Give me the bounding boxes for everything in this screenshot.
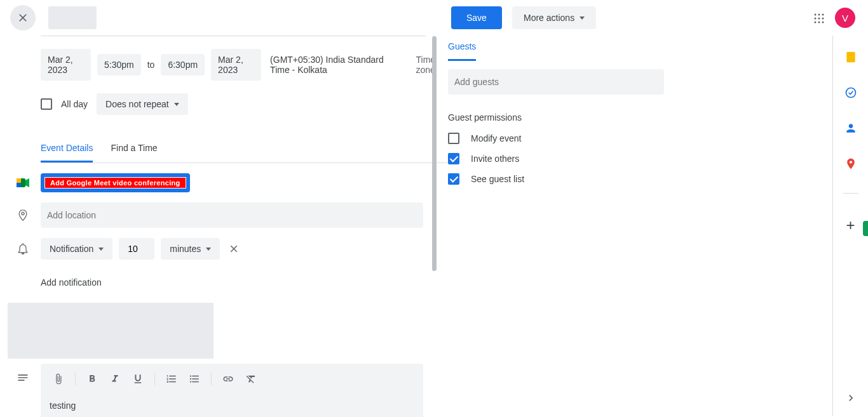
- recurrence-dropdown[interactable]: Does not repeat: [97, 93, 188, 115]
- italic-icon: [109, 373, 121, 385]
- close-icon: [228, 243, 240, 255]
- keep-icon[interactable]: [844, 51, 857, 63]
- bold-button[interactable]: [83, 370, 101, 388]
- underline-icon: [132, 373, 144, 385]
- see-guest-list-checkbox[interactable]: [448, 173, 459, 185]
- invite-others-checkbox[interactable]: [448, 153, 459, 164]
- toolbar-separator: [154, 373, 155, 385]
- event-title-input[interactable]: [48, 6, 97, 29]
- modify-event-checkbox[interactable]: [448, 133, 459, 144]
- svg-point-8: [822, 22, 824, 23]
- guest-permissions-heading: Guest permissions: [448, 112, 664, 122]
- modify-event-label: Modify event: [471, 133, 521, 143]
- svg-point-0: [815, 14, 817, 16]
- add-notification-button[interactable]: Add notification: [41, 270, 447, 295]
- chevron-down-icon: [174, 103, 179, 106]
- svg-rect-13: [846, 52, 855, 63]
- attachment-icon: [53, 373, 64, 385]
- meet-button-label: Add Google Meet video conferencing: [44, 177, 186, 189]
- bold-icon: [86, 373, 98, 385]
- notification-unit-dropdown[interactable]: minutes: [161, 238, 220, 260]
- guests-tab[interactable]: Guests: [448, 36, 476, 61]
- add-google-meet-button[interactable]: Add Google Meet video conferencing: [41, 173, 190, 192]
- meet-icon: [15, 175, 31, 190]
- collapse-side-panel-button[interactable]: [844, 392, 857, 406]
- more-actions-button[interactable]: More actions: [512, 6, 596, 29]
- svg-rect-10: [17, 178, 21, 183]
- close-icon: [17, 11, 29, 24]
- svg-point-3: [815, 18, 817, 20]
- all-day-label: All day: [61, 99, 88, 109]
- link-icon: [222, 373, 234, 385]
- notification-type-dropdown[interactable]: Notification: [41, 238, 112, 260]
- numbered-list-icon: [166, 373, 177, 385]
- all-day-checkbox[interactable]: [41, 98, 52, 110]
- save-button[interactable]: Save: [451, 6, 502, 29]
- recurrence-label: Does not repeat: [105, 99, 169, 109]
- end-time-picker[interactable]: 6:30pm: [161, 54, 205, 76]
- notification-value-input[interactable]: [119, 238, 154, 260]
- svg-rect-11: [17, 183, 21, 187]
- notification-icon: [15, 241, 31, 256]
- end-date-picker[interactable]: Mar 2, 2023: [211, 49, 261, 81]
- contacts-icon[interactable]: [844, 122, 857, 135]
- toolbar-separator: [211, 373, 212, 385]
- notification-unit-label: minutes: [170, 244, 201, 254]
- scrollbar[interactable]: [432, 36, 437, 271]
- start-time-picker[interactable]: 5:30pm: [97, 54, 141, 76]
- tab-event-details[interactable]: Event Details: [41, 138, 93, 162]
- link-button[interactable]: [219, 370, 237, 388]
- chevron-right-icon: [844, 392, 857, 404]
- chevron-down-icon: [206, 248, 211, 251]
- calendar-color-section: [8, 303, 214, 359]
- add-addon-button[interactable]: +: [846, 216, 855, 234]
- numbered-list-button[interactable]: [163, 370, 180, 388]
- svg-point-6: [815, 22, 817, 23]
- clear-formatting-button[interactable]: [242, 370, 260, 388]
- more-actions-label: More actions: [524, 13, 574, 23]
- svg-point-2: [822, 14, 824, 16]
- close-button[interactable]: [10, 5, 36, 30]
- svg-point-5: [822, 18, 824, 20]
- clear-formatting-icon: [245, 373, 257, 385]
- italic-button[interactable]: [106, 370, 124, 388]
- see-guest-list-label: See guest list: [471, 174, 524, 184]
- start-date-picker[interactable]: Mar 2, 2023: [41, 49, 91, 81]
- location-input[interactable]: [41, 202, 423, 228]
- description-icon: [15, 370, 31, 385]
- account-avatar[interactable]: V: [835, 8, 855, 28]
- svg-point-7: [818, 22, 820, 23]
- svg-marker-12: [25, 178, 29, 187]
- remove-notification-button[interactable]: [226, 241, 241, 256]
- svg-point-4: [818, 18, 820, 20]
- notification-type-label: Notification: [50, 244, 93, 254]
- google-apps-button[interactable]: [813, 13, 825, 26]
- to-label: to: [147, 60, 155, 70]
- toolbar-separator: [75, 373, 76, 385]
- maps-icon[interactable]: [844, 157, 857, 170]
- location-icon: [15, 208, 31, 223]
- side-panel-divider: [843, 193, 858, 194]
- bulleted-list-button[interactable]: [186, 370, 203, 388]
- svg-point-1: [818, 14, 820, 16]
- attach-button[interactable]: [50, 370, 67, 388]
- side-panel-tab-indicator: [863, 221, 868, 236]
- svg-point-14: [846, 88, 855, 98]
- add-guests-input[interactable]: [448, 69, 664, 95]
- tab-find-a-time[interactable]: Find a Time: [111, 138, 157, 162]
- tasks-icon[interactable]: [844, 86, 857, 99]
- chevron-down-icon: [98, 248, 104, 251]
- bulleted-list-icon: [189, 373, 200, 385]
- timezone-text: (GMT+05:30) India Standard Time - Kolkat…: [270, 55, 402, 75]
- chevron-down-icon: [580, 17, 585, 20]
- svg-point-15: [849, 161, 851, 163]
- description-textarea[interactable]: testing: [41, 394, 423, 417]
- invite-others-label: Invite others: [471, 154, 519, 164]
- underline-button[interactable]: [129, 370, 147, 388]
